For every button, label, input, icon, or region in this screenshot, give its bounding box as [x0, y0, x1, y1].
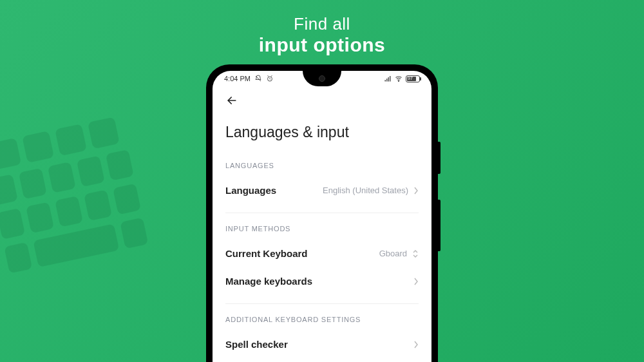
label-languages: Languages: [225, 185, 276, 196]
section-header-input-methods: INPUT METHODS: [225, 218, 419, 242]
label-current-keyboard: Current Keyboard: [225, 248, 308, 259]
phone-frame: 4:04 PM 97: [206, 64, 438, 362]
signal-icon: [384, 75, 392, 82]
status-time: 4:04 PM: [224, 75, 251, 82]
section-additional: ADDITIONAL KEYBOARD SETTINGS Spell check…: [213, 309, 431, 360]
alarm-icon: [266, 75, 274, 82]
chevron-right-icon: [413, 278, 419, 285]
battery-percentage: 97: [408, 76, 413, 81]
camera-icon: [319, 75, 325, 82]
divider: [225, 303, 419, 304]
svg-rect-3: [386, 79, 388, 82]
section-languages: LANGUAGES Languages English (United Stat…: [213, 155, 431, 206]
svg-rect-4: [388, 77, 390, 82]
heading-line-1: Find all: [0, 14, 644, 34]
section-header-languages: LANGUAGES: [225, 155, 419, 178]
heading-line-2: input options: [0, 34, 644, 56]
phone-side-buttons: [438, 142, 440, 277]
row-manage-keyboards[interactable]: Manage keyboards: [225, 269, 419, 297]
back-button[interactable]: [225, 98, 238, 109]
wifi-icon: [395, 75, 402, 82]
mute-icon: [254, 75, 262, 82]
row-current-keyboard[interactable]: Current Keyboard Gboard: [225, 242, 419, 269]
battery-icon: 97: [406, 75, 420, 82]
chevron-right-icon: [413, 341, 419, 348]
label-spell-checker: Spell checker: [225, 339, 288, 350]
section-header-additional: ADDITIONAL KEYBOARD SETTINGS: [225, 309, 419, 332]
promo-heading: Find all input options: [0, 0, 644, 56]
svg-rect-2: [385, 80, 386, 82]
page-title: Languages & input: [213, 116, 431, 155]
chevron-right-icon: [413, 187, 419, 195]
row-languages[interactable]: Languages English (United States): [225, 178, 419, 206]
section-input-methods: INPUT METHODS Current Keyboard Gboard Ma…: [213, 218, 431, 297]
phone-screen: 4:04 PM 97: [213, 71, 431, 362]
svg-rect-5: [390, 76, 391, 82]
value-languages: English (United States): [323, 186, 408, 195]
svg-point-6: [399, 81, 399, 82]
value-current-keyboard: Gboard: [379, 249, 407, 258]
divider: [225, 213, 419, 213]
row-spell-checker[interactable]: Spell checker: [225, 332, 419, 360]
swap-icon: [412, 249, 419, 258]
label-manage-keyboards: Manage keyboards: [225, 276, 312, 287]
background-keyboard-illustration: [0, 100, 162, 280]
